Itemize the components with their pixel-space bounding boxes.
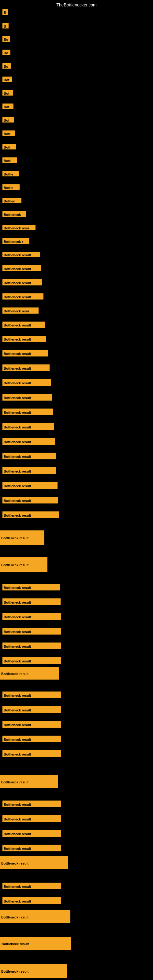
bottleneck-label-24: Bottleneck result: [2, 336, 46, 342]
bottleneck-label-9: Bott: [2, 130, 15, 136]
bottleneck-label-36: Bottleneck result: [2, 511, 59, 518]
bottleneck-label-33: Bottleneck result: [2, 467, 56, 474]
bottleneck-label-40: Bottleneck result: [2, 598, 61, 605]
bottleneck-label-15: Bottleneck: [2, 211, 26, 217]
bottleneck-label-17: Bottleneck r: [2, 238, 29, 244]
bottleneck-label-35: Bottleneck result: [2, 497, 58, 503]
bottleneck-label-27: Bottleneck result: [2, 379, 51, 386]
bottleneck-label-58: Bottleneck result: [2, 897, 61, 904]
bottleneck-label-38: Bottleneck result: [0, 557, 48, 572]
bottleneck-label-45: Bottleneck result: [0, 667, 59, 679]
site-title: TheBottlenecker.com: [56, 2, 97, 7]
bottleneck-label-10: Bott: [2, 144, 16, 150]
bottleneck-label-34: Bottleneck result: [2, 482, 57, 489]
bottleneck-label-49: Bottleneck result: [2, 736, 61, 742]
bottleneck-label-28: Bottleneck result: [2, 394, 52, 401]
bottleneck-label-61: Bottleneck result: [0, 964, 67, 978]
bottleneck-label-59: Bottleneck result: [0, 910, 70, 923]
bottleneck-label-41: Bottleneck result: [2, 613, 61, 620]
bottleneck-label-29: Bottleneck result: [2, 409, 53, 415]
bottleneck-label-0: B: [2, 9, 8, 15]
bottleneck-label-21: Bottleneck result: [2, 293, 43, 299]
bottleneck-label-26: Bottleneck result: [2, 364, 49, 371]
bottleneck-label-1: B: [2, 23, 9, 29]
bottleneck-label-37: Bottleneck result: [0, 530, 45, 545]
bottleneck-label-4: Bo: [2, 63, 11, 68]
bottleneck-label-60: Bottleneck result: [0, 937, 71, 950]
bottleneck-label-11: Bottl: [2, 158, 17, 163]
bottleneck-label-48: Bottleneck result: [2, 721, 61, 728]
bottleneck-label-2: Bo: [2, 36, 10, 41]
bottleneck-label-30: Bottleneck result: [2, 423, 54, 430]
bottleneck-label-18: Bottleneck result: [2, 252, 40, 257]
bottleneck-label-23: Bottleneck result: [2, 321, 45, 328]
bottleneck-label-16: Bottleneck resu: [2, 225, 35, 230]
bottleneck-label-47: Bottleneck result: [2, 706, 61, 713]
bottleneck-label-54: Bottleneck result: [2, 830, 61, 837]
bottleneck-label-52: Bottleneck result: [2, 800, 61, 807]
bottleneck-label-5: Bot: [2, 76, 12, 82]
bottleneck-label-42: Bottleneck result: [2, 628, 61, 635]
bottleneck-label-43: Bottleneck result: [2, 643, 61, 649]
bottleneck-label-22: Bottleneck resu: [2, 307, 38, 313]
bottleneck-label-55: Bottleneck result: [2, 845, 61, 851]
bottleneck-label-19: Bottleneck result: [2, 265, 41, 271]
bottleneck-label-8: Bot: [2, 117, 14, 123]
bottleneck-label-44: Bottleneck result: [2, 657, 61, 664]
bottleneck-label-12: Bottle: [2, 171, 19, 177]
bottleneck-label-39: Bottleneck result: [2, 584, 60, 590]
bottleneck-label-56: Bottleneck result: [0, 856, 68, 869]
bottleneck-label-3: Bo: [2, 49, 10, 55]
bottleneck-label-20: Bottleneck result: [2, 279, 42, 285]
bottleneck-label-31: Bottleneck result: [2, 438, 55, 445]
bottleneck-label-13: Bottle: [2, 185, 19, 190]
bottleneck-label-57: Bottleneck result: [2, 883, 61, 889]
bottleneck-label-25: Bottleneck result: [2, 350, 48, 356]
bottleneck-label-32: Bottleneck result: [2, 453, 56, 460]
bottleneck-label-14: Bottlen: [2, 198, 21, 204]
bottleneck-label-7: Bot: [2, 103, 13, 109]
bottleneck-label-46: Bottleneck result: [2, 692, 61, 698]
bottleneck-label-53: Bottleneck result: [2, 815, 61, 822]
bottleneck-label-6: Bot: [2, 90, 13, 95]
bottleneck-label-50: Bottleneck result: [2, 750, 61, 757]
bottleneck-label-51: Bottleneck result: [0, 775, 58, 788]
